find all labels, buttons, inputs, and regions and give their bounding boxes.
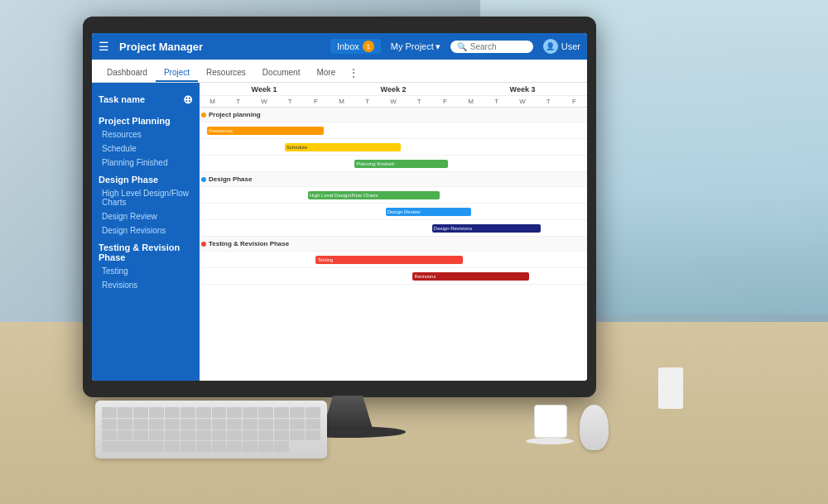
tab-more[interactable]: More xyxy=(308,65,344,82)
key xyxy=(165,441,180,452)
gantt-bar-high-level-design: High Level Design/Flow Charts xyxy=(308,191,440,199)
sidebar-item-high-level-design[interactable]: High Level Design/Flow Charts xyxy=(92,186,200,209)
app-title: Project Manager xyxy=(119,41,320,53)
gantt-bar-testing: Testing xyxy=(315,256,463,264)
search-input[interactable] xyxy=(470,42,528,51)
week1-group: Week 1 M T W T F xyxy=(200,83,329,107)
sidebar-item-testing[interactable]: Testing xyxy=(92,264,200,278)
key xyxy=(274,441,289,452)
key xyxy=(212,430,227,441)
day-f2: F xyxy=(432,96,458,107)
key xyxy=(306,419,320,430)
tab-resources[interactable]: Resources xyxy=(198,65,254,82)
gantt-bar-planning-finished: Planning finished xyxy=(354,160,447,168)
day-t5: T xyxy=(484,96,509,107)
key xyxy=(118,430,132,441)
tab-dashboard[interactable]: Dashboard xyxy=(99,65,156,82)
key xyxy=(102,407,117,418)
week2-label: Week 2 xyxy=(329,83,458,96)
day-f1: F xyxy=(303,96,329,107)
week2-days: M T W T F xyxy=(329,96,458,107)
inbox-label: Inbox xyxy=(337,41,359,51)
cup2 xyxy=(658,367,683,409)
search-box[interactable]: 🔍 xyxy=(450,41,533,53)
key xyxy=(181,441,195,452)
task-name-label: Task name xyxy=(99,94,145,104)
nav-more-icon[interactable]: ⋮ xyxy=(344,64,363,82)
key xyxy=(133,407,148,418)
key xyxy=(258,430,273,441)
key xyxy=(290,407,305,418)
key xyxy=(227,419,242,430)
tab-document[interactable]: Document xyxy=(254,65,309,82)
key xyxy=(306,407,320,418)
key xyxy=(243,441,258,452)
avatar: 👤 xyxy=(543,39,558,54)
my-project-label: My Project xyxy=(391,41,434,51)
inbox-button[interactable]: Inbox 1 xyxy=(330,39,381,54)
gantt-section-project-planning: Project planning xyxy=(200,108,587,122)
day-m3: M xyxy=(458,96,484,107)
menu-icon[interactable]: ☰ xyxy=(99,40,109,53)
tab-project[interactable]: Project xyxy=(156,65,198,82)
key xyxy=(196,430,211,441)
key xyxy=(258,419,273,430)
user-label: User xyxy=(561,41,580,51)
key xyxy=(243,419,258,430)
week3-group: Week 3 M T W T F xyxy=(458,83,587,107)
day-t1: T xyxy=(225,96,251,107)
monitor-screen: ☰ Project Manager Inbox 1 My Project ▾ 🔍… xyxy=(92,33,587,381)
key xyxy=(258,407,273,418)
week3-days: M T W T F xyxy=(458,96,587,107)
search-icon: 🔍 xyxy=(457,42,467,51)
coffee-saucer xyxy=(526,438,574,444)
add-task-icon[interactable]: ⊕ xyxy=(183,93,193,106)
key xyxy=(243,430,258,441)
key xyxy=(165,419,180,430)
sidebar-section-project-planning: Project Planning xyxy=(92,111,200,127)
key xyxy=(149,407,164,418)
coffee-cup xyxy=(534,405,567,438)
section-label-testing: Testing & Revision Phase xyxy=(201,240,289,247)
key xyxy=(274,430,289,441)
sidebar-item-revisions[interactable]: Revisions xyxy=(92,278,200,292)
inbox-badge: 1 xyxy=(363,41,374,52)
section-label-design-phase: Design Phase xyxy=(201,175,252,183)
gantt-row-planning-finished: Planning finished xyxy=(200,156,587,172)
day-f3: F xyxy=(561,96,587,107)
gantt-bar-schedule: Schedule xyxy=(285,143,401,151)
gantt-bar-resources: Resources xyxy=(207,127,323,135)
monitor: ☰ Project Manager Inbox 1 My Project ▾ 🔍… xyxy=(83,17,596,397)
sidebar-item-schedule[interactable]: Schedule xyxy=(92,142,200,156)
key xyxy=(181,419,195,430)
key xyxy=(212,407,227,418)
key xyxy=(212,419,227,430)
week1-days: M T W T F xyxy=(200,96,329,107)
key xyxy=(133,430,148,441)
keyboard-keys xyxy=(102,407,320,452)
my-project-dropdown[interactable]: My Project ▾ xyxy=(391,41,440,52)
key xyxy=(149,430,164,441)
day-t2: T xyxy=(277,96,303,107)
key xyxy=(102,419,117,430)
section-dot xyxy=(201,242,206,247)
key xyxy=(227,430,242,441)
day-w1: W xyxy=(251,96,277,107)
user-menu[interactable]: 👤 User xyxy=(543,39,580,54)
gantt-bar-revisions: Revisions xyxy=(412,272,528,281)
key xyxy=(243,407,258,418)
bar-label: Resources xyxy=(209,128,233,133)
gantt-row-high-level-design: High Level Design/Flow Charts xyxy=(200,187,587,204)
key xyxy=(118,407,132,418)
sidebar-item-design-revisions[interactable]: Design Revisions xyxy=(92,223,200,238)
gantt-bar-design-revisions: Design Revisions xyxy=(432,224,541,233)
bar-label: Schedule xyxy=(286,145,307,150)
sidebar-item-resources[interactable]: Resources xyxy=(92,127,200,142)
key xyxy=(227,441,242,452)
key xyxy=(212,441,227,452)
sidebar-item-design-review[interactable]: Design Review xyxy=(92,209,200,223)
app-content: Task name ⊕ Project Planning Resources S… xyxy=(92,83,587,381)
sidebar-item-planning-finished[interactable]: Planning Finished xyxy=(92,156,200,170)
key xyxy=(196,441,211,452)
sidebar-section-testing: Testing & Revision Phase xyxy=(92,238,200,264)
